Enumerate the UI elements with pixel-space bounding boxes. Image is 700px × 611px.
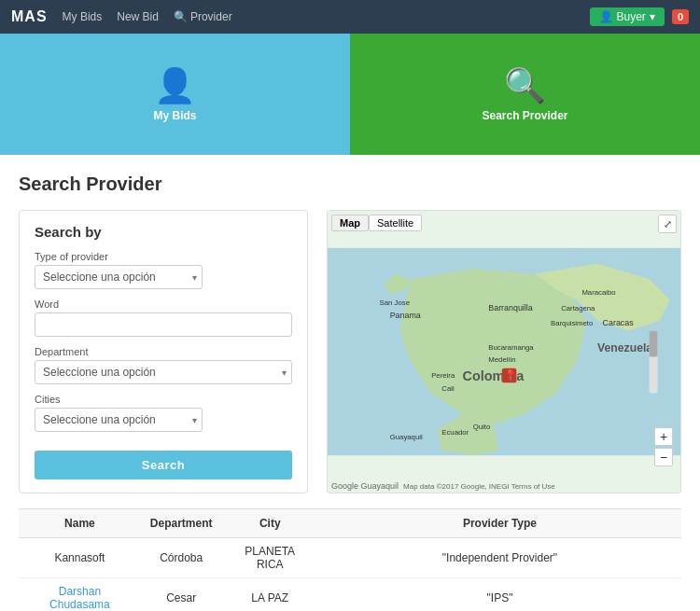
type-of-provider-group: Type of provider Seleccione una opción ▾ [35, 251, 292, 289]
map-area: Barranquilla Maracaibo Cartagena Barquis… [327, 210, 681, 493]
navbar: MAS My Bids New Bid 🔍 Provider 👤 Buyer ▾… [0, 0, 700, 34]
department-select-wrap: Seleccione una opción ▾ [35, 360, 292, 384]
notification-badge[interactable]: 0 [672, 9, 689, 24]
results-table: Name Department City Provider Type Kanna… [19, 508, 681, 611]
svg-rect-24 [650, 331, 658, 357]
svg-text:Quito: Quito [473, 423, 491, 431]
buyer-button[interactable]: 👤 Buyer ▾ [590, 7, 665, 26]
department-group: Department Seleccione una opción ▾ [35, 346, 292, 384]
cell-name[interactable]: Darshan Chudasama [19, 578, 141, 612]
chevron-down-icon: ▾ [650, 10, 655, 23]
hero-banner: 👤 My Bids 🔍 Search Provider [0, 34, 700, 155]
svg-text:Pereira: Pereira [431, 371, 455, 380]
svg-text:Guayaquil: Guayaquil [390, 434, 423, 442]
cities-label: Cities [35, 394, 292, 405]
word-input[interactable] [35, 312, 292, 337]
main-content: Search Provider Search by Type of provid… [0, 155, 700, 611]
provider-search-icon: 🔍 [504, 66, 546, 105]
svg-text:Barquisimeto: Barquisimeto [551, 319, 593, 327]
satellite-view-button[interactable]: Satellite [369, 215, 422, 231]
cities-group: Cities Seleccione una opción ▾ [35, 394, 292, 432]
map-attribution: Google Guayaquil Map data ©2017 Google, … [331, 481, 555, 491]
cell-city: LA PAZ [222, 578, 318, 612]
hero-provider[interactable]: 🔍 Search Provider [350, 34, 700, 155]
search-icon: 🔍 [174, 10, 188, 23]
cities-select[interactable]: Seleccione una opción [35, 408, 203, 432]
type-select-wrap: Seleccione una opción ▾ [35, 265, 203, 289]
cell-provider-type: "IPS" [318, 578, 681, 612]
cell-name: Kannasoft [19, 538, 141, 578]
user-icon: 👤 [599, 10, 613, 23]
fullscreen-button[interactable]: ⤢ [658, 215, 677, 233]
col-city: City [222, 509, 318, 538]
col-name: Name [19, 509, 141, 538]
zoom-out-button[interactable]: − [654, 448, 673, 466]
map-zoom-controls: + − [654, 427, 673, 466]
type-of-provider-label: Type of provider [35, 251, 292, 262]
col-department: Department [141, 509, 222, 538]
brand-logo: MAS [11, 8, 48, 25]
svg-text:Caracas: Caracas [603, 318, 635, 327]
search-button[interactable]: Search [35, 451, 292, 479]
map-svg: Barranquilla Maracaibo Cartagena Barquis… [328, 211, 680, 493]
svg-text:Ecuador: Ecuador [441, 428, 469, 437]
hero-provider-label: Search Provider [482, 109, 567, 122]
cities-select-wrap: Seleccione una opción ▾ [35, 408, 203, 432]
cell-provider-type: "Independent Provider" [318, 538, 681, 578]
hero-mybids[interactable]: 👤 My Bids [0, 34, 350, 155]
page-title: Search Provider [19, 174, 681, 195]
svg-text:Cali: Cali [441, 384, 455, 393]
svg-text:Venezuela: Venezuela [597, 341, 652, 354]
navbar-right: 👤 Buyer ▾ 0 [590, 7, 689, 26]
hero-mybids-label: My Bids [153, 109, 196, 122]
department-label: Department [35, 346, 292, 357]
type-of-provider-select[interactable]: Seleccione una opción [35, 265, 203, 289]
my-bids-link[interactable]: My Bids [63, 10, 103, 23]
table-row: Darshan ChudasamaCesarLA PAZ"IPS" [19, 578, 681, 612]
word-group: Word [35, 299, 292, 337]
col-provider-type: Provider Type [318, 509, 681, 538]
search-layout: Search by Type of provider Seleccione un… [19, 210, 681, 493]
svg-text:Cartagena: Cartagena [561, 304, 595, 312]
cell-city: PLANETA RICA [222, 538, 318, 578]
zoom-in-button[interactable]: + [654, 427, 673, 446]
word-label: Word [35, 299, 292, 310]
map-controls: Map Satellite [331, 215, 422, 231]
map-placeholder: Barranquilla Maracaibo Cartagena Barquis… [328, 211, 680, 493]
new-bid-link[interactable]: New Bid [117, 10, 159, 23]
search-panel-title: Search by [35, 224, 292, 240]
cell-department: Cesar [141, 578, 222, 612]
map-view-button[interactable]: Map [331, 215, 369, 231]
search-panel: Search by Type of provider Seleccione un… [19, 210, 308, 493]
svg-text:Bucaramanga: Bucaramanga [488, 343, 534, 352]
table-row: KannasoftCórdobaPLANETA RICA"Independent… [19, 538, 681, 578]
department-select[interactable]: Seleccione una opción [35, 360, 292, 384]
cell-department: Córdoba [141, 538, 222, 578]
svg-text:Panama: Panama [390, 311, 421, 320]
svg-text:📍: 📍 [504, 368, 517, 382]
table-header-row: Name Department City Provider Type [19, 509, 681, 538]
svg-text:Maracaibo: Maracaibo [581, 288, 615, 297]
svg-text:Medellín: Medellín [488, 355, 515, 364]
svg-text:San Jose: San Jose [380, 299, 410, 307]
mybids-icon: 👤 [154, 66, 196, 105]
svg-text:Barranquilla: Barranquilla [488, 303, 532, 312]
provider-link[interactable]: 🔍 Provider [174, 10, 232, 23]
